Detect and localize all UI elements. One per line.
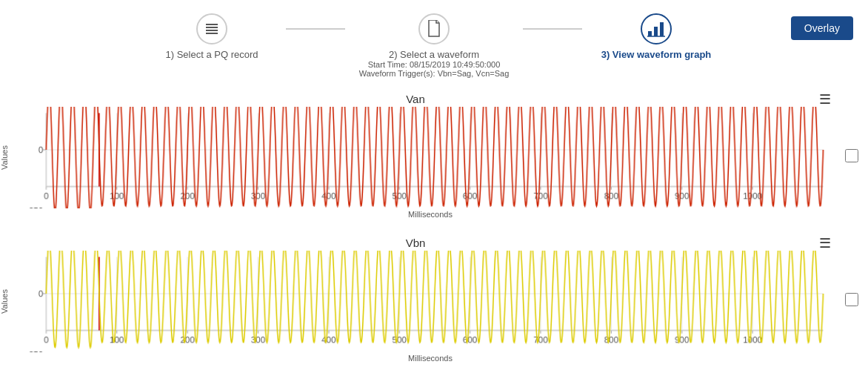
chart-van-section: Van ☰ Values Milliseconds [0,87,868,225]
overlay-button[interactable]: Overlay [791,16,853,40]
chart-vbn-y-label: Values [0,251,9,352]
svg-rect-3 [206,33,218,34]
chart-icon [647,21,665,37]
chart-van-title-row: Van ☰ [0,93,831,105]
chart-van-y-label: Values [0,107,9,208]
svg-rect-5 [654,27,658,36]
step2-sublabel1: Start Time: 08/15/2019 10:49:50:000 [368,60,501,69]
connector-1-2 [286,28,345,30]
step3-icon-circle [641,13,672,44]
step1-label: 1) Select a PQ record [166,49,258,60]
wizard-step-2[interactable]: 2) Select a waveform Start Time: 08/15/2… [345,13,523,78]
svg-rect-2 [206,30,218,31]
chart-vbn-menu-icon[interactable]: ☰ [819,237,831,250]
chart-van-menu-icon[interactable]: ☰ [819,93,831,106]
svg-rect-6 [660,22,664,36]
chart-vbn-wrapper: Vbn ☰ Values Milliseconds [0,231,838,369]
connector-2-3 [523,28,582,30]
header-area: 1) Select a PQ record 2) Select a wavefo… [0,0,868,84]
wizard-step-3[interactable]: 3) View waveform graph [582,13,730,60]
wizard-step-1[interactable]: 1) Select a PQ record [138,13,286,60]
step2-sublabel2: Waveform Trigger(s): Vbn=Sag, Vcn=Sag [359,69,510,78]
svg-rect-0 [206,24,218,25]
list-icon [204,21,220,37]
chart-van-area: Values [0,107,831,208]
chart-vbn-section: Vbn ☰ Values Milliseconds [0,231,868,369]
chart-vbn-title-row: Vbn ☰ [0,237,831,249]
chart-van-canvas [12,107,831,208]
wizard-steps: 1) Select a PQ record 2) Select a wavefo… [0,0,868,84]
step2-icon-circle [418,13,450,44]
chart-vbn-inner [12,251,831,352]
chart-vbn-checkbox-col[interactable] [838,293,861,306]
chart-van-checkbox-col[interactable] [838,149,861,162]
chart-van-title: Van [406,93,425,105]
chart-vbn-area: Values [0,251,831,352]
chart-vbn-canvas [12,251,831,352]
chart-van-inner [12,107,831,208]
chart-van-wrapper: Van ☰ Values Milliseconds [0,87,838,225]
step3-label: 3) View waveform graph [601,49,712,60]
chart-vbn-checkbox[interactable] [845,293,858,306]
svg-rect-1 [206,27,218,28]
file-icon [427,20,441,38]
svg-rect-4 [648,31,652,36]
step1-icon-circle [196,13,227,44]
chart-vbn-x-label: Milliseconds [30,354,831,363]
chart-van-checkbox[interactable] [845,149,858,162]
chart-vbn-title: Vbn [406,237,426,249]
chart-van-x-label: Milliseconds [30,210,831,219]
step2-label: 2) Select a waveform [389,49,479,60]
